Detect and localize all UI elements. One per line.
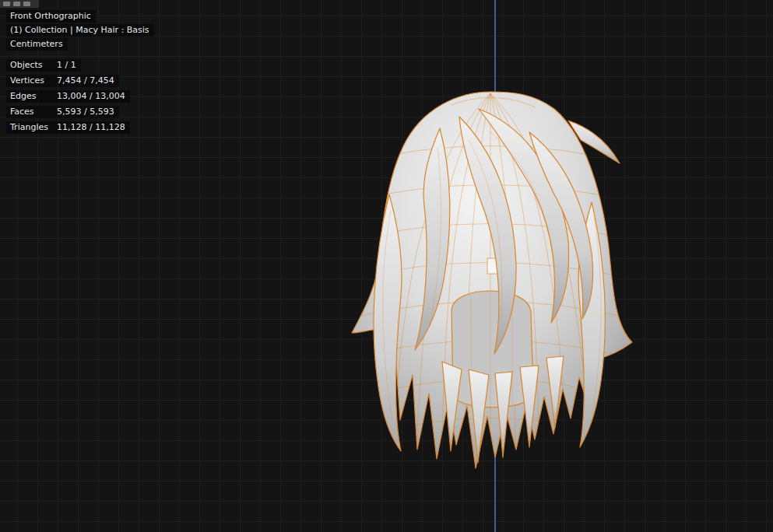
stats-value: 5,593 / 5,593 xyxy=(57,107,114,117)
view-name-label: Front Orthographic xyxy=(6,10,96,23)
stats-row: Triangles 11,128 / 11,128 xyxy=(6,121,130,134)
editor-header-fragment xyxy=(0,0,39,8)
scene-statistics: Objects 1 / 1 Vertices 7,454 / 7,454 Edg… xyxy=(6,59,154,134)
toolbar-icon[interactable] xyxy=(23,2,30,6)
stats-value: 1 / 1 xyxy=(57,60,76,70)
stats-value: 7,454 / 7,454 xyxy=(57,75,114,86)
stats-label: Faces xyxy=(10,107,57,117)
stats-label: Objects xyxy=(10,60,57,70)
viewport-overlays: Front Orthographic (1) Collection | Macy… xyxy=(6,10,154,137)
stats-row: Vertices 7,454 / 7,454 xyxy=(6,75,119,87)
stats-row: Faces 5,593 / 5,593 xyxy=(6,106,119,118)
hair-mesh-object[interactable] xyxy=(335,86,646,474)
3d-viewport[interactable]: Front Orthographic (1) Collection | Macy… xyxy=(0,0,773,532)
stats-row: Edges 13,004 / 13,004 xyxy=(6,90,130,103)
stats-label: Triangles xyxy=(10,122,57,132)
stats-label: Vertices xyxy=(10,75,57,86)
stats-row: Objects 1 / 1 xyxy=(6,59,81,72)
units-label: Centimeters xyxy=(6,38,68,51)
stats-value: 11,128 / 11,128 xyxy=(57,122,125,132)
stats-label: Edges xyxy=(10,91,57,101)
breadcrumb: (1) Collection | Macy Hair : Basis xyxy=(6,24,154,37)
toolbar-icon[interactable] xyxy=(13,2,20,6)
stats-value: 13,004 / 13,004 xyxy=(57,91,125,101)
editor-type-icon[interactable] xyxy=(3,2,10,6)
